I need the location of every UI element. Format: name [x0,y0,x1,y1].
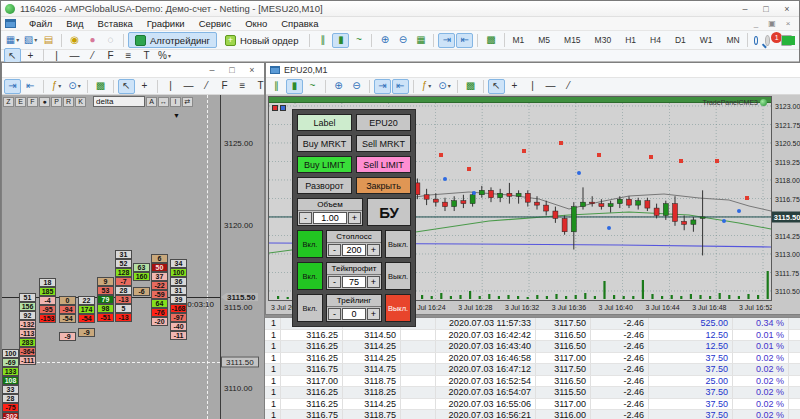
indicator-select[interactable]: delta [93,96,145,107]
indicator-combo-button[interactable]: I [170,97,181,107]
dropdown-arrow-icon[interactable]: ▾ [16,37,19,43]
table-row[interactable]: 13116.253114.252020.07.03 16:55:063117.0… [265,399,800,411]
connection-toggle[interactable] [781,35,792,46]
dropdown-arrow-icon[interactable]: ▾ [168,53,171,59]
timeframe-h4[interactable]: H4 [643,33,668,47]
value-field[interactable]: 200 [342,244,366,256]
search-icon[interactable] [754,36,758,45]
symbol-button[interactable]: EPU20 [356,114,411,131]
sell-limit-button[interactable]: Sell LIMIT [356,156,411,173]
object-mini-icon[interactable]: F [27,97,38,107]
timeframe-mn[interactable]: MN [720,33,747,47]
market-watch-icon[interactable]: ▤ [40,33,57,48]
menu-item-графики[interactable]: Графики [140,17,192,30]
timeframe-m5[interactable]: M5 [531,33,557,47]
profiles-icon[interactable]: ▧▾ [22,33,39,48]
maximize-button[interactable]: □ [758,3,774,15]
table-row[interactable]: 13116.253114.252020.07.03 16:46:583117.0… [265,353,800,365]
volume-increase-button[interactable]: + [348,212,361,224]
sell-market-button[interactable]: Sell MRKT [356,135,411,152]
timeframe-d1[interactable]: D1 [668,33,693,47]
bars-chart-icon[interactable]: ∥ [268,79,285,94]
menu-item-справка[interactable]: Справка [274,17,325,30]
table-row[interactable]: 13116.253114.502020.07.03 16:42:423116.5… [265,330,800,342]
minimize-button[interactable]: – [204,64,220,76]
candles-chart-icon[interactable]: ▮ [332,33,349,48]
shapes-icon[interactable]: %▾ [156,48,173,63]
signal-icon[interactable]: ◌ [102,33,119,48]
enable-button[interactable]: Вкл. [297,230,323,258]
volume-value[interactable]: 1.00 [313,212,347,224]
hline-icon[interactable]: — [542,79,559,94]
timeframe-m30[interactable]: M30 [588,33,619,47]
close-position-button[interactable]: Закрыть [356,177,411,194]
menu-item-файл[interactable]: Файл [22,17,59,30]
vline-icon[interactable]: | [162,79,179,94]
timeframe-h1[interactable]: H1 [618,33,643,47]
enable-button[interactable]: Вкл. [297,294,323,322]
zoom-out-icon[interactable]: ⊖ [394,33,411,48]
indicator-combo-button[interactable]: ⇄ [182,97,193,107]
zoom-out-icon[interactable]: ⊖ [348,79,365,94]
child-minimize-button[interactable]: _ [749,19,763,29]
chart-properties-icon[interactable]: ▩ [482,33,499,48]
autoscroll-icon[interactable]: ⇥ [4,79,21,94]
timer-icon[interactable]: ⊙▾ [436,79,453,94]
bars-chart-icon[interactable]: ∥ [314,33,331,48]
coins-icon[interactable]: ◉ [66,33,83,48]
chart-shift-icon[interactable]: ⇤ [392,79,409,94]
crosshair-icon[interactable]: + [506,79,523,94]
table-row[interactable]: 13116.253114.252020.07.03 16:43:403116.5… [265,341,800,353]
timer-icon[interactable]: ⊙▾ [66,79,83,94]
increase-button[interactable]: + [367,308,380,320]
maximize-button[interactable]: □ [224,64,240,76]
menu-item-окно[interactable]: Окно [238,17,274,30]
dropdown-arrow-icon[interactable]: ▾ [78,83,81,89]
cursor-icon[interactable]: ↖ [118,79,135,94]
indicator-combo-button[interactable]: ↔ [158,97,169,107]
indicators-icon[interactable]: ƒ▾ [418,79,435,94]
chart-properties-icon[interactable]: ▩ [462,79,479,94]
decrease-button[interactable]: - [328,244,341,256]
breakeven-button[interactable]: БУ [367,198,411,226]
fibo-icon[interactable]: F [216,79,233,94]
indicator-combo-button[interactable]: A [146,97,157,107]
disable-button[interactable]: Выкл. [385,294,411,322]
text-icon[interactable]: T [138,48,155,63]
dropdown-arrow-icon[interactable]: ▾ [58,83,61,89]
label-button[interactable]: Label [297,114,352,131]
cursor-icon[interactable]: ↖ [488,79,505,94]
cursor-icon[interactable]: ↖ [4,48,21,63]
table-row[interactable]: 13116.753118.752020.07.03 16:56:213116.0… [265,410,800,419]
object-mini-icon[interactable]: ● [39,97,50,107]
increase-button[interactable]: + [367,244,380,256]
line-chart-icon[interactable]: ~ [350,33,367,48]
trendline-icon[interactable]: ⁄ [560,79,577,94]
value-field[interactable]: 75 [342,276,366,288]
close-button[interactable]: × [779,3,795,15]
hline-icon[interactable]: — [66,48,83,63]
dropdown-arrow-icon[interactable]: ▾ [428,83,431,89]
decrease-button[interactable]: - [328,276,341,288]
fibo-icon[interactable]: F [102,48,119,63]
menu-item-вид[interactable]: Вид [59,17,90,30]
timeframe-m15[interactable]: M15 [557,33,588,47]
object-mini-icon[interactable]: K [75,97,86,107]
child-close-button[interactable]: × [781,19,795,29]
autoscroll-icon[interactable]: ⇥ [374,79,391,94]
object-mini-icon[interactable]: Z [3,97,14,107]
levels-icon[interactable]: ≡ [120,48,137,63]
new-order-button[interactable]: + Новый ордер [218,32,305,48]
increase-button[interactable]: + [367,276,380,288]
table-row[interactable]: 13116.253118.252020.07.03 16:54:073115.5… [265,387,800,399]
close-button[interactable]: × [244,64,260,76]
cluster-chart-area[interactable]: ZEF●PRK delta A↔I⇄ ▼ 3125.003120.003115.… [2,95,264,419]
decrease-button[interactable]: - [328,308,341,320]
volume-decrease-button[interactable]: - [299,212,312,224]
person-icon[interactable]: ● [84,33,101,48]
autoscroll-icon[interactable]: ⇥ [438,33,455,48]
hline-icon[interactable]: — [180,79,197,94]
enable-button[interactable]: Вкл. [297,262,323,290]
object-mini-icon[interactable]: R [63,97,74,107]
minimize-button[interactable]: – [737,3,753,15]
